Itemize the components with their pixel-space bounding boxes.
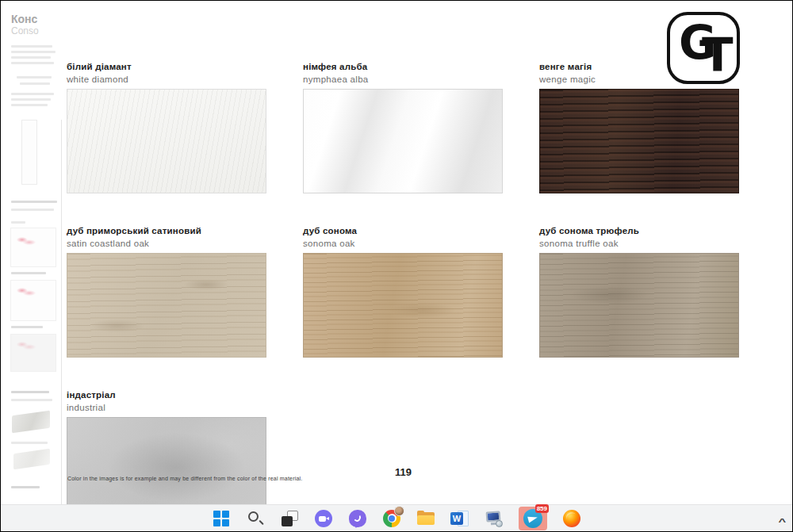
material-name-uk: німфея альба [303, 61, 503, 73]
sidebar-text-line [11, 98, 51, 101]
sidebar-text-line [11, 209, 54, 211]
sidebar-text-line [20, 82, 50, 85]
material-name-uk: дуб сонома трюфель [539, 225, 739, 237]
material-card: німфея альба nymphaea alba [303, 61, 503, 193]
page-number: 119 [395, 466, 412, 478]
search-button[interactable] [246, 509, 265, 528]
sidebar-text-line [11, 62, 54, 64]
swatch-sonoma-oak [303, 253, 503, 358]
swatch-sonoma-truffle-oak [539, 253, 739, 358]
material-card: дуб приморський сатиновий satin coastlan… [67, 225, 266, 358]
material-name-en: sonoma truffle oak [539, 237, 739, 250]
sidebar-text-line [11, 399, 52, 401]
sidebar-furniture-thumbnail[interactable] [13, 449, 50, 469]
sidebar-text-line [11, 56, 51, 59]
sidebar-page-fragment: Конс Conso [1, 1, 63, 505]
sidebar-text-line [11, 51, 56, 53]
sidebar-furniture-thumbnail[interactable] [12, 411, 50, 434]
sidebar-thumbnail[interactable] [10, 280, 56, 321]
start-button[interactable] [212, 509, 231, 528]
swatch-satin-coastland-oak [67, 253, 266, 358]
viber-button[interactable] [348, 509, 367, 528]
sidebar-section-label [11, 201, 57, 203]
sidebar-text-line [11, 442, 48, 444]
material-name-en: white diamond [67, 73, 266, 86]
brand-logo-pink [16, 285, 36, 298]
material-card: венге магія wenge magic [539, 61, 739, 193]
swatch-white-diamond [67, 89, 266, 193]
sidebar-divider [61, 120, 62, 505]
chrome-button[interactable] [382, 509, 401, 528]
brand-logo-pink [16, 339, 36, 352]
file-explorer-button[interactable] [416, 509, 435, 528]
material-name-en: industrial [67, 401, 266, 414]
material-card: індастріал industrial [67, 389, 266, 522]
brand-logo-pink [16, 235, 36, 247]
tray-chevron-icon[interactable]: ^ [778, 517, 786, 526]
sidebar-thumbnail[interactable] [10, 334, 56, 372]
sidebar-heading-uk: Конс [11, 13, 37, 25]
material-card: дуб сонома трюфель sonoma truffle oak [539, 225, 739, 358]
windows-logo-icon [213, 511, 229, 526]
sidebar-thumbnail[interactable] [21, 120, 37, 185]
windows-taskbar: W 859 ^ [1, 504, 792, 531]
sidebar-text-line [11, 45, 52, 48]
task-view-button[interactable] [280, 509, 299, 528]
sidebar-section-label [11, 391, 49, 393]
network-badge-icon [496, 520, 503, 527]
sidebar-text-line [17, 76, 52, 78]
chat-app-button[interactable] [314, 509, 333, 528]
firefox-button[interactable] [562, 509, 581, 528]
sidebar-heading-en: Conso [11, 25, 39, 36]
telegram-button[interactable]: 859 [519, 507, 547, 530]
material-grid: білий діамант white diamond німфея альба… [67, 61, 741, 522]
sidebar-section-label [11, 486, 40, 488]
search-icon [248, 511, 259, 522]
my-computer-button[interactable] [485, 509, 504, 528]
material-name-uk: індастріал [67, 389, 266, 401]
material-name-uk: венге магія [539, 61, 739, 73]
screen: Конс Conso G [0, 0, 793, 532]
sidebar-text-line [11, 272, 46, 274]
material-card: білий діамант white diamond [67, 61, 266, 193]
telegram-unread-badge: 859 [535, 504, 549, 513]
swatch-wenge-magic [539, 89, 739, 193]
disclaimer-text: Color in the images is for example and m… [67, 476, 302, 481]
material-name-en: nymphaea alba [303, 73, 503, 86]
sidebar-text-line [11, 93, 54, 95]
sidebar-text-line [11, 326, 43, 328]
sidebar-text-line [11, 221, 25, 224]
material-name-en: satin coastland oak [67, 237, 266, 250]
material-name-uk: дуб сонома [303, 225, 503, 237]
swatch-nymphaea-alba [303, 89, 503, 193]
sidebar-thumbnail[interactable] [10, 228, 56, 267]
word-button[interactable]: W [450, 509, 469, 528]
sidebar-text-line [11, 104, 48, 106]
chrome-profile-avatar [394, 506, 404, 516]
material-name-en: sonoma oak [303, 237, 503, 250]
material-name-en: wenge magic [539, 73, 739, 86]
material-name-uk: білий діамант [67, 61, 266, 73]
material-name-uk: дуб приморський сатиновий [67, 225, 266, 237]
material-card: дуб сонома sonoma oak [303, 225, 503, 358]
